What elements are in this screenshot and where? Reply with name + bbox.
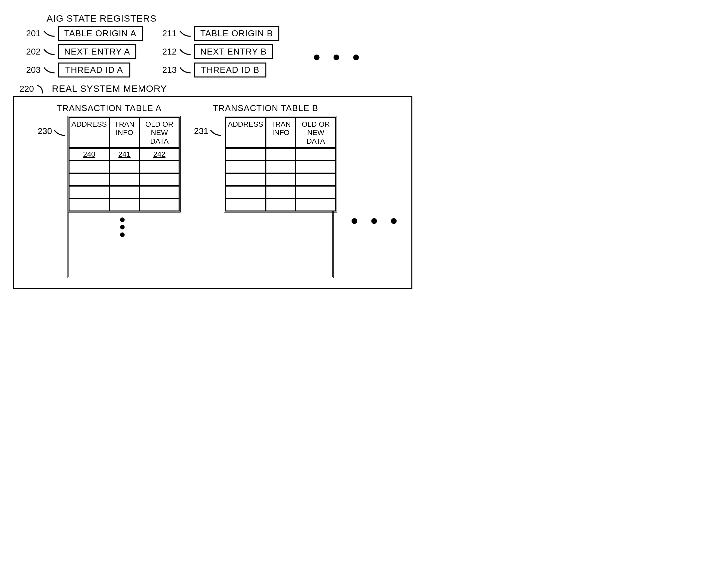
table-row: 240 241 242 [69, 148, 179, 161]
leader-line-icon [43, 30, 55, 38]
table-header-tran: TRAN INFO [266, 117, 296, 148]
ref-cell: 240 [69, 148, 109, 161]
register-box: NEXT ENTRY B [194, 44, 273, 59]
ellipsis-icon: ● ● ● [350, 213, 402, 228]
ref-label: 202 [20, 47, 41, 57]
ellipsis-vertical-icon: ●●● [119, 215, 125, 238]
register-column-b: 211 TABLE ORIGIN B 212 NEXT ENTRY B 213 … [156, 26, 279, 77]
register-box: NEXT ENTRY A [58, 44, 136, 59]
ref-cell: 242 [139, 148, 179, 161]
register-row: 211 TABLE ORIGIN B [156, 26, 279, 41]
table-row [225, 161, 336, 173]
register-row: 213 THREAD ID B [156, 63, 279, 77]
table-ref-side: 231 [194, 116, 222, 137]
ref-label: 211 [156, 28, 177, 39]
leader-line-icon [43, 66, 55, 74]
register-column-a: 201 TABLE ORIGIN A 202 NEXT ENTRY A 203 … [43, 26, 143, 77]
table-row [69, 199, 179, 211]
register-row: 202 NEXT ENTRY A [43, 44, 143, 59]
ref-label: 220 [13, 84, 34, 94]
ref-label: 230 [38, 126, 52, 136]
register-row: 203 THREAD ID A [43, 63, 143, 77]
leader-line-icon [37, 84, 47, 94]
table-extension [224, 212, 334, 278]
ellipsis-icon: ● ● ● [313, 49, 364, 64]
register-box: THREAD ID B [194, 63, 266, 77]
memory-box: TRANSACTION TABLE A 230 ADDRESS TRAN INF… [13, 96, 412, 289]
table-header-data: OLD OR NEW DATA [296, 117, 336, 148]
memory-title: REAL SYSTEM MEMORY [52, 83, 167, 94]
ref-label: 212 [156, 47, 177, 57]
memory-header: 220 REAL SYSTEM MEMORY [13, 83, 412, 94]
ref-label: 231 [194, 126, 208, 136]
registers-title: AIG STATE REGISTERS [47, 13, 412, 24]
transaction-table-b: ADDRESS TRAN INFO OLD OR NEW DATA [224, 116, 337, 212]
leader-line-icon [54, 129, 66, 137]
register-box: THREAD ID A [58, 63, 130, 77]
leader-line-icon [179, 30, 191, 38]
table-extension: ●●● [68, 212, 177, 278]
table-row [69, 161, 179, 173]
registers-section: AIG STATE REGISTERS 201 TABLE ORIGIN A 2… [13, 13, 412, 77]
ref-label: 203 [20, 65, 41, 75]
register-box: TABLE ORIGIN B [194, 26, 279, 41]
table-row [225, 173, 336, 186]
table-header-data: OLD OR NEW DATA [139, 117, 179, 148]
leader-line-icon [210, 129, 222, 137]
transaction-table-a: ADDRESS TRAN INFO OLD OR NEW DATA 240 24… [68, 116, 181, 212]
table-row [69, 186, 179, 199]
table-ref-side: 230 [38, 116, 66, 137]
leader-line-icon [179, 48, 191, 56]
table-title: TRANSACTION TABLE B [213, 103, 318, 113]
table-header-address: ADDRESS [225, 117, 266, 148]
table-header-tran: TRAN INFO [109, 117, 139, 148]
transaction-table-b-block: TRANSACTION TABLE B 231 ADDRESS TRAN INF… [194, 103, 337, 278]
table-row [225, 148, 336, 161]
leader-line-icon [179, 66, 191, 74]
ref-cell: 241 [109, 148, 139, 161]
registers-columns: 201 TABLE ORIGIN A 202 NEXT ENTRY A 203 … [43, 26, 412, 77]
table-row [69, 173, 179, 186]
table-row [225, 199, 336, 211]
ref-label: 201 [20, 28, 41, 39]
transaction-table-a-block: TRANSACTION TABLE A 230 ADDRESS TRAN INF… [38, 103, 181, 278]
leader-line-icon [43, 48, 55, 56]
memory-section: 220 REAL SYSTEM MEMORY TRANSACTION TABLE… [13, 83, 412, 289]
aig-diagram: AIG STATE REGISTERS 201 TABLE ORIGIN A 2… [13, 13, 412, 289]
register-row: 212 NEXT ENTRY B [156, 44, 279, 59]
ref-label: 213 [156, 65, 177, 75]
table-title: TRANSACTION TABLE A [57, 103, 162, 113]
table-row [225, 186, 336, 199]
register-row: 201 TABLE ORIGIN A [43, 26, 143, 41]
table-header-address: ADDRESS [69, 117, 109, 148]
register-box: TABLE ORIGIN A [58, 26, 143, 41]
